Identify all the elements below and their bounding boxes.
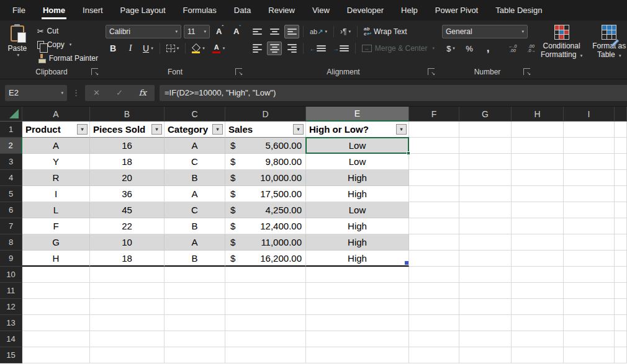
cell-E8[interactable]: High: [306, 234, 409, 251]
cell-D5[interactable]: $17,500.00: [225, 186, 306, 202]
cell-H10[interactable]: [512, 267, 564, 283]
align-center-button[interactable]: [267, 42, 282, 55]
font-size-select[interactable]: 11▾: [184, 25, 210, 38]
top-align-button[interactable]: [250, 25, 264, 38]
cell-F15[interactable]: [409, 347, 459, 363]
row-header-12[interactable]: 12: [0, 299, 22, 315]
grow-font-button[interactable]: Aˆ: [212, 25, 227, 38]
cell-A4[interactable]: R: [22, 170, 90, 186]
row-header-9[interactable]: 9: [0, 251, 22, 267]
cell-H3[interactable]: [512, 154, 564, 170]
font-dialog-launcher[interactable]: ↘: [235, 68, 242, 75]
cell-E13[interactable]: [306, 315, 409, 331]
selected-cell-E2[interactable]: Low: [306, 138, 409, 154]
font-color-button[interactable]: A▾: [210, 42, 228, 55]
cell-C3[interactable]: C: [165, 154, 225, 170]
column-header-F[interactable]: F: [409, 107, 459, 122]
text-direction-button[interactable]: ›¶▾: [338, 25, 353, 38]
cell-A10[interactable]: [22, 267, 90, 283]
fill-handle[interactable]: [407, 151, 410, 155]
cell-C4[interactable]: B: [165, 170, 225, 186]
cell-partial-13[interactable]: [615, 315, 627, 331]
tab-view[interactable]: View: [304, 0, 338, 20]
tab-help[interactable]: Help: [392, 0, 426, 20]
middle-align-button[interactable]: [267, 25, 282, 38]
cell-E4[interactable]: High: [306, 170, 409, 186]
cell-B2[interactable]: 16: [90, 138, 165, 154]
cell-A12[interactable]: [22, 299, 90, 315]
tab-review[interactable]: Review: [259, 0, 304, 20]
filter-dropdown-button-D[interactable]: ▾: [293, 124, 304, 135]
align-right-button[interactable]: [284, 42, 299, 55]
cell-E7[interactable]: High: [306, 218, 409, 234]
cell-I7[interactable]: [564, 218, 615, 234]
cell-I11[interactable]: [564, 283, 615, 299]
name-box[interactable]: E2 ▾: [5, 85, 67, 101]
cell-F10[interactable]: [409, 267, 459, 283]
cell-F8[interactable]: [409, 234, 459, 251]
enter-icon[interactable]: ✓: [116, 88, 123, 97]
cell-D11[interactable]: [225, 283, 306, 299]
cell-C8[interactable]: A: [165, 234, 225, 251]
clipboard-dialog-launcher[interactable]: ↘: [91, 68, 98, 75]
tab-data[interactable]: Data: [225, 0, 259, 20]
cell-H11[interactable]: [512, 283, 564, 299]
cell-G14[interactable]: [459, 331, 512, 347]
cell-F13[interactable]: [409, 315, 459, 331]
cell-D15[interactable]: [225, 347, 306, 363]
tab-power-pivot[interactable]: Power Pivot: [426, 0, 487, 20]
number-format-select[interactable]: General▾: [442, 25, 528, 38]
tab-formulas[interactable]: Formulas: [174, 0, 225, 20]
cell-F4[interactable]: [409, 170, 459, 186]
cell-H2[interactable]: [512, 138, 564, 154]
cell-partial-15[interactable]: [615, 347, 627, 363]
cell-D13[interactable]: [225, 315, 306, 331]
cell-F3[interactable]: [409, 154, 459, 170]
cell-H12[interactable]: [512, 299, 564, 315]
cell-G9[interactable]: [459, 251, 512, 267]
cell-B11[interactable]: [90, 283, 165, 299]
row-header-13[interactable]: 13: [0, 315, 22, 331]
cell-C2[interactable]: A: [165, 138, 225, 154]
fill-color-button[interactable]: ▾: [189, 42, 207, 55]
font-family-select[interactable]: Calibri▾: [106, 25, 181, 38]
format-painter-button[interactable]: Format Painter: [35, 51, 101, 65]
cell-H8[interactable]: [512, 234, 564, 251]
cell-partial-9[interactable]: [615, 251, 627, 267]
cell-B4[interactable]: 20: [90, 170, 165, 186]
cell-G7[interactable]: [459, 218, 512, 234]
row-header-14[interactable]: 14: [0, 331, 22, 347]
conditional-formatting-button[interactable]: Conditional Formatting ▾: [538, 23, 585, 62]
underline-button[interactable]: U▾: [140, 42, 156, 55]
cell-partial-11[interactable]: [615, 283, 627, 299]
cell-C13[interactable]: [165, 315, 225, 331]
cell-F7[interactable]: [409, 218, 459, 234]
cell-I14[interactable]: [564, 331, 615, 347]
column-header-E[interactable]: E: [306, 107, 409, 122]
cell-C5[interactable]: A: [165, 186, 225, 202]
cell-H1[interactable]: [512, 122, 564, 138]
cell-A13[interactable]: [22, 315, 90, 331]
cell-E6[interactable]: Low: [306, 202, 409, 218]
cell-H14[interactable]: [512, 331, 564, 347]
cell-D9[interactable]: $16,200.00: [225, 251, 306, 267]
cell-H6[interactable]: [512, 202, 564, 218]
insert-function-icon[interactable]: fx: [139, 88, 147, 97]
align-left-button[interactable]: [250, 42, 264, 55]
cell-B9[interactable]: 18: [90, 251, 165, 267]
paste-button[interactable]: Paste ▾: [2, 23, 32, 58]
number-dialog-launcher[interactable]: ↘: [523, 68, 530, 75]
cell-B12[interactable]: [90, 299, 165, 315]
cell-I9[interactable]: [564, 251, 615, 267]
row-header-11[interactable]: 11: [0, 283, 22, 299]
row-header-6[interactable]: 6: [0, 202, 22, 218]
cell-E3[interactable]: Low: [306, 154, 409, 170]
column-header-B[interactable]: B: [90, 107, 165, 122]
row-header-15[interactable]: 15: [0, 347, 22, 363]
cell-D1[interactable]: Sales▾: [225, 122, 306, 138]
cell-B7[interactable]: 22: [90, 218, 165, 234]
cell-C6[interactable]: C: [165, 202, 225, 218]
cell-F9[interactable]: [409, 251, 459, 267]
cell-partial-2[interactable]: [615, 138, 627, 154]
column-header-H[interactable]: H: [512, 107, 564, 122]
